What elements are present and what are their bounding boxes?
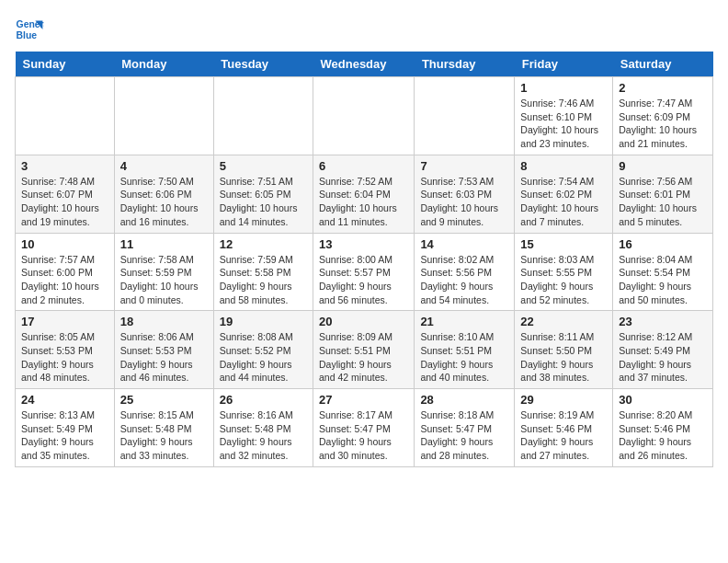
day-number: 8 — [520, 159, 607, 173]
calendar-cell: 5Sunrise: 7:51 AM Sunset: 6:05 PM Daylig… — [213, 155, 313, 233]
logo-icon: General Blue — [15, 15, 44, 44]
calendar-cell: 26Sunrise: 8:16 AM Sunset: 5:48 PM Dayli… — [213, 389, 313, 467]
calendar-cell: 16Sunrise: 8:04 AM Sunset: 5:54 PM Dayli… — [613, 233, 713, 311]
calendar-cell: 21Sunrise: 8:10 AM Sunset: 5:51 PM Dayli… — [415, 311, 515, 389]
day-info: Sunrise: 7:54 AM Sunset: 6:02 PM Dayligh… — [520, 175, 607, 229]
day-number: 21 — [420, 315, 508, 328]
day-info: Sunrise: 8:11 AM Sunset: 5:50 PM Dayligh… — [520, 330, 607, 385]
day-number: 16 — [619, 237, 707, 251]
day-info: Sunrise: 7:50 AM Sunset: 6:06 PM Dayligh… — [120, 175, 208, 229]
day-number: 22 — [520, 315, 607, 328]
day-info: Sunrise: 8:12 AM Sunset: 5:49 PM Dayligh… — [619, 330, 707, 385]
day-info: Sunrise: 8:02 AM Sunset: 5:56 PM Dayligh… — [420, 253, 508, 307]
day-number: 15 — [520, 237, 607, 251]
day-info: Sunrise: 7:57 AM Sunset: 6:00 PM Dayligh… — [21, 253, 108, 307]
calendar-header-row: SundayMondayTuesdayWednesdayThursdayFrid… — [16, 52, 713, 77]
day-info: Sunrise: 8:13 AM Sunset: 5:49 PM Dayligh… — [21, 408, 108, 463]
day-number: 13 — [319, 237, 408, 251]
day-info: Sunrise: 7:59 AM Sunset: 5:58 PM Dayligh… — [220, 253, 307, 307]
weekday-header: Tuesday — [213, 52, 313, 77]
day-info: Sunrise: 8:15 AM Sunset: 5:48 PM Dayligh… — [120, 408, 208, 463]
day-info: Sunrise: 7:51 AM Sunset: 6:05 PM Dayligh… — [220, 175, 307, 229]
day-number: 5 — [220, 159, 307, 173]
weekday-header: Saturday — [613, 52, 713, 77]
day-number: 24 — [21, 393, 108, 407]
calendar-cell: 22Sunrise: 8:11 AM Sunset: 5:50 PM Dayli… — [515, 311, 613, 389]
calendar-cell — [114, 77, 213, 155]
calendar-cell: 13Sunrise: 8:00 AM Sunset: 5:57 PM Dayli… — [313, 233, 415, 311]
calendar-cell: 17Sunrise: 8:05 AM Sunset: 5:53 PM Dayli… — [16, 311, 115, 389]
calendar-cell — [415, 77, 515, 155]
weekday-header: Monday — [114, 52, 213, 77]
calendar-cell: 20Sunrise: 8:09 AM Sunset: 5:51 PM Dayli… — [313, 311, 415, 389]
calendar-cell: 12Sunrise: 7:59 AM Sunset: 5:58 PM Dayli… — [213, 233, 313, 311]
calendar-cell: 7Sunrise: 7:53 AM Sunset: 6:03 PM Daylig… — [415, 155, 515, 233]
day-number: 9 — [619, 159, 707, 173]
logo: General Blue — [15, 15, 48, 44]
svg-text:Blue: Blue — [17, 30, 38, 40]
day-number: 18 — [120, 315, 208, 328]
day-number: 6 — [319, 159, 408, 173]
calendar-week-row: 17Sunrise: 8:05 AM Sunset: 5:53 PM Dayli… — [16, 311, 713, 389]
day-number: 10 — [21, 237, 108, 251]
day-number: 27 — [319, 393, 408, 407]
day-info: Sunrise: 8:16 AM Sunset: 5:48 PM Dayligh… — [220, 408, 307, 463]
day-number: 25 — [120, 393, 208, 407]
day-info: Sunrise: 8:18 AM Sunset: 5:47 PM Dayligh… — [420, 408, 508, 463]
calendar-cell: 11Sunrise: 7:58 AM Sunset: 5:59 PM Dayli… — [114, 233, 213, 311]
day-number: 4 — [120, 159, 208, 173]
day-info: Sunrise: 8:08 AM Sunset: 5:52 PM Dayligh… — [220, 330, 307, 385]
weekday-header: Wednesday — [313, 52, 415, 77]
calendar-cell: 18Sunrise: 8:06 AM Sunset: 5:53 PM Dayli… — [114, 311, 213, 389]
day-info: Sunrise: 8:05 AM Sunset: 5:53 PM Dayligh… — [21, 330, 108, 385]
calendar-cell: 3Sunrise: 7:48 AM Sunset: 6:07 PM Daylig… — [16, 155, 115, 233]
calendar-cell: 2Sunrise: 7:47 AM Sunset: 6:09 PM Daylig… — [613, 77, 713, 155]
calendar-week-row: 10Sunrise: 7:57 AM Sunset: 6:00 PM Dayli… — [16, 233, 713, 311]
day-number: 17 — [21, 315, 108, 328]
calendar-cell: 19Sunrise: 8:08 AM Sunset: 5:52 PM Dayli… — [213, 311, 313, 389]
day-number: 28 — [420, 393, 508, 407]
calendar-cell: 28Sunrise: 8:18 AM Sunset: 5:47 PM Dayli… — [415, 389, 515, 467]
day-info: Sunrise: 7:58 AM Sunset: 5:59 PM Dayligh… — [120, 253, 208, 307]
calendar-cell: 1Sunrise: 7:46 AM Sunset: 6:10 PM Daylig… — [515, 77, 613, 155]
weekday-header: Thursday — [415, 52, 515, 77]
day-info: Sunrise: 7:47 AM Sunset: 6:09 PM Dayligh… — [619, 97, 707, 151]
day-number: 7 — [420, 159, 508, 173]
day-info: Sunrise: 8:03 AM Sunset: 5:55 PM Dayligh… — [520, 253, 607, 307]
day-number: 30 — [619, 393, 707, 407]
day-info: Sunrise: 8:09 AM Sunset: 5:51 PM Dayligh… — [319, 330, 408, 385]
calendar-cell: 29Sunrise: 8:19 AM Sunset: 5:46 PM Dayli… — [515, 389, 613, 467]
calendar-week-row: 3Sunrise: 7:48 AM Sunset: 6:07 PM Daylig… — [16, 155, 713, 233]
calendar-cell — [213, 77, 313, 155]
calendar-cell: 27Sunrise: 8:17 AM Sunset: 5:47 PM Dayli… — [313, 389, 415, 467]
day-info: Sunrise: 7:48 AM Sunset: 6:07 PM Dayligh… — [21, 175, 108, 229]
day-number: 14 — [420, 237, 508, 251]
calendar-cell: 24Sunrise: 8:13 AM Sunset: 5:49 PM Dayli… — [16, 389, 115, 467]
day-info: Sunrise: 8:17 AM Sunset: 5:47 PM Dayligh… — [319, 408, 408, 463]
calendar-cell: 23Sunrise: 8:12 AM Sunset: 5:49 PM Dayli… — [613, 311, 713, 389]
calendar-cell: 10Sunrise: 7:57 AM Sunset: 6:00 PM Dayli… — [16, 233, 115, 311]
day-number: 2 — [619, 81, 707, 95]
calendar-cell: 30Sunrise: 8:20 AM Sunset: 5:46 PM Dayli… — [613, 389, 713, 467]
day-info: Sunrise: 8:04 AM Sunset: 5:54 PM Dayligh… — [619, 253, 707, 307]
calendar-cell: 25Sunrise: 8:15 AM Sunset: 5:48 PM Dayli… — [114, 389, 213, 467]
day-number: 29 — [520, 393, 607, 407]
day-info: Sunrise: 8:00 AM Sunset: 5:57 PM Dayligh… — [319, 253, 408, 307]
calendar-week-row: 24Sunrise: 8:13 AM Sunset: 5:49 PM Dayli… — [16, 389, 713, 467]
weekday-header: Friday — [515, 52, 613, 77]
calendar-week-row: 1Sunrise: 7:46 AM Sunset: 6:10 PM Daylig… — [16, 77, 713, 155]
day-number: 12 — [220, 237, 307, 251]
day-info: Sunrise: 7:46 AM Sunset: 6:10 PM Dayligh… — [520, 97, 607, 151]
day-number: 19 — [220, 315, 307, 328]
calendar-cell: 6Sunrise: 7:52 AM Sunset: 6:04 PM Daylig… — [313, 155, 415, 233]
calendar-cell: 14Sunrise: 8:02 AM Sunset: 5:56 PM Dayli… — [415, 233, 515, 311]
day-info: Sunrise: 8:19 AM Sunset: 5:46 PM Dayligh… — [520, 408, 607, 463]
day-number: 1 — [520, 81, 607, 95]
day-number: 20 — [319, 315, 408, 328]
weekday-header: Sunday — [16, 52, 115, 77]
calendar-cell: 9Sunrise: 7:56 AM Sunset: 6:01 PM Daylig… — [613, 155, 713, 233]
day-info: Sunrise: 7:53 AM Sunset: 6:03 PM Dayligh… — [420, 175, 508, 229]
calendar-cell: 4Sunrise: 7:50 AM Sunset: 6:06 PM Daylig… — [114, 155, 213, 233]
calendar-cell — [16, 77, 115, 155]
calendar-cell — [313, 77, 415, 155]
